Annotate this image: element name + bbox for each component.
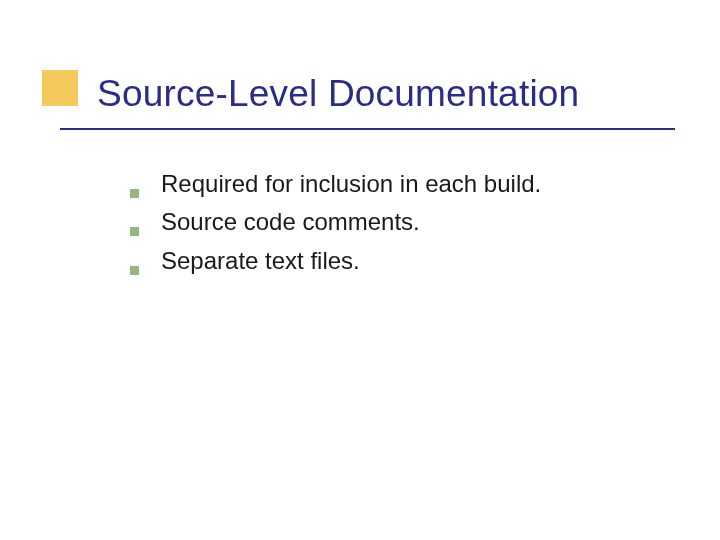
list-item: Separate text files. [130,245,650,277]
title-underline [60,128,675,130]
bullet-text: Source code comments. [161,206,420,238]
slide: Source-Level Documentation Required for … [0,0,720,540]
square-bullet-icon [130,189,139,198]
slide-title: Source-Level Documentation [97,74,677,124]
bullet-text: Required for inclusion in each build. [161,168,541,200]
square-bullet-icon [130,266,139,275]
list-item: Source code comments. [130,206,650,238]
title-area: Source-Level Documentation [97,74,677,124]
bullet-list: Required for inclusion in each build. So… [130,168,650,283]
square-bullet-icon [130,227,139,236]
bullet-text: Separate text files. [161,245,360,277]
list-item: Required for inclusion in each build. [130,168,650,200]
title-accent-box [42,70,78,106]
